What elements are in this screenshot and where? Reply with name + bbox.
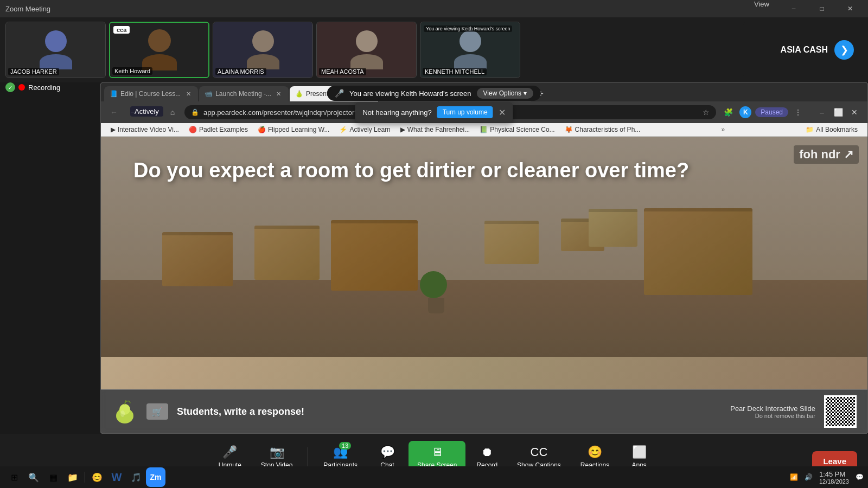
minimize-button[interactable]: – [781, 0, 806, 17]
watermark-text: foh ndr [799, 147, 844, 161]
microphone-icon: 🎤 [222, 445, 237, 459]
giving-badge: You are viewing Keith Howard's screen [424, 25, 512, 32]
bookmarks-bar: ▶ Interactive Video Vi... 🔴 Padlet Examp… [101, 123, 867, 137]
thumb-keith-howard[interactable]: cca Keith Howard [109, 22, 209, 78]
label-keith: Keith Howard [112, 67, 152, 75]
reactions-icon: 😊 [588, 445, 602, 459]
file-explorer-taskbar[interactable]: 📁 [63, 467, 82, 487]
zoom-taskbar-label: Zm [150, 473, 162, 481]
bookmark-padlet[interactable]: 🔴 Padlet Examples [184, 125, 252, 134]
window-title: Zoom Meeting [5, 5, 50, 13]
bookmark-label-characteristics: Characteristics of Ph... [575, 126, 641, 133]
thumb-alaina-morris[interactable]: ALAINA MORRIS [213, 22, 313, 78]
qr-code [824, 395, 857, 428]
bookmark-actively[interactable]: ⚡ Actively Learn [335, 125, 394, 134]
bookmark-flipped[interactable]: 🍎 Flipped Learning W... [253, 125, 334, 134]
thumb-kenneth-mitchell[interactable]: You are viewing Keith Howard's screen KE… [420, 22, 520, 78]
sound-icon: 🔊 [805, 473, 813, 481]
tab-icon-zoom: 📹 [205, 90, 212, 98]
thumb-jacob-harker[interactable]: JACOB HARKER [5, 22, 106, 78]
label-meah: MEAH ACOSTA [319, 68, 366, 75]
bookmarks-overflow-button[interactable]: » [717, 125, 729, 134]
share-screen-banner: 🎤 You are viewing Keith Howard's screen … [327, 86, 541, 101]
notification-icon: 💬 [856, 473, 864, 481]
tab-close-edio[interactable]: ✕ [184, 89, 193, 98]
captions-icon: CC [531, 445, 548, 459]
search-taskbar-button[interactable]: 🔍 [24, 467, 43, 487]
bookmark-icon-flipped: 🍎 [258, 126, 266, 133]
word-taskbar[interactable]: W [107, 467, 126, 487]
browser-window: 📘 Edio | Course Less... ✕ 📹 Launch Meeti… [100, 82, 868, 434]
slide-frame: Do you expect a room to get dirtier or c… [101, 137, 867, 433]
bookmark-interactive-video[interactable]: ▶ Interactive Video Vi... [106, 125, 183, 134]
body-alaina [247, 54, 279, 69]
bookmark-label-flipped: Flipped Learning W... [268, 126, 329, 133]
taskbar-separator-1 [85, 472, 85, 483]
all-bookmarks-button[interactable]: 📁 All Bookmarks [801, 125, 862, 134]
share-screen-icon: 🖥 [431, 445, 443, 459]
head-alaina [252, 30, 274, 52]
turn-up-volume-button[interactable]: Turn up volume [437, 106, 493, 118]
bookmark-fahrenheit[interactable]: ▶ What the Fahrenhei... [396, 125, 474, 134]
tab-zoom[interactable]: 📹 Launch Meeting -... ✕ [199, 86, 289, 101]
extensions-button[interactable]: 🧩 [720, 105, 736, 120]
close-button[interactable]: ✕ [838, 0, 863, 17]
tab-icon-presentation: 🍐 [295, 90, 303, 98]
taskbar-right: 📶 🔊 1:45 PM 12/18/2023 💬 [790, 470, 864, 485]
more-options-button[interactable]: ⋮ [790, 105, 806, 120]
recording-check-icon: ✓ [5, 82, 15, 92]
active-speaker-panel: ASIA CASH ❯ [743, 22, 863, 78]
bookmark-icon-video: ▶ [111, 126, 116, 133]
paused-badge: Paused [755, 107, 788, 117]
body-kenneth [454, 54, 487, 69]
notification-close-button[interactable]: ✕ [499, 107, 506, 118]
start-button[interactable]: ⊞ [4, 467, 24, 487]
network-icon: 📶 [790, 473, 798, 481]
zoom-taskbar[interactable]: Zm [146, 467, 165, 487]
tab-label-edio: Edio | Course Less... [120, 90, 181, 98]
pear-deck-branding: Pear Deck Interactive Slide Do not remov… [730, 404, 815, 419]
bookmark-star-icon[interactable]: ☆ [703, 108, 710, 117]
taskbar: ⊞ 🔍 ▦ 📁 😊 W 🎵 Zm 📶 🔊 1:45 PM 12/18/2023 … [0, 466, 868, 488]
bookmark-icon-actively: ⚡ [339, 126, 347, 133]
bookmark-physci[interactable]: 📗 Physical Science Co... [475, 125, 559, 134]
bookmark-icon-fahrenheit: ▶ [400, 126, 405, 133]
bookmark-label-video: Interactive Video Vi... [118, 126, 179, 133]
inner-maximize-button[interactable]: ⬜ [831, 105, 846, 120]
zoom-header: JACOB HARKER cca Keith Howard ALAINA MOR… [0, 17, 868, 82]
overflow-icon: » [721, 126, 725, 133]
slide-content: Do you expect a room to get dirtier or c… [101, 137, 867, 389]
tab-edio[interactable]: 📘 Edio | Course Less... ✕ [104, 86, 198, 101]
home-button[interactable]: ⌂ [165, 105, 180, 120]
chat-icon: 💬 [380, 445, 395, 459]
music-taskbar[interactable]: 🎵 [126, 467, 146, 487]
folder-icon: 📁 [806, 126, 814, 133]
time-display: 1:45 PM [819, 470, 849, 478]
pear-logo-icon [112, 399, 138, 425]
inner-minimize-button[interactable]: – [814, 105, 829, 120]
app-1-taskbar[interactable]: 😊 [87, 467, 107, 487]
inner-close-button[interactable]: ✕ [847, 105, 862, 120]
task-view-button[interactable]: ▦ [43, 467, 63, 487]
pear-deck-sublabel: Do not remove this bar [730, 413, 815, 419]
head-kenneth [459, 30, 481, 52]
profile-button[interactable]: K [738, 105, 753, 120]
next-speaker-button[interactable]: ❯ [834, 40, 854, 60]
bookmark-label-actively: Actively Learn [349, 126, 390, 133]
bookmark-icon-padlet: 🔴 [189, 126, 197, 133]
volume-notif-text: Not hearing anything? [362, 108, 431, 117]
browser-action-buttons: 🧩 K Paused ⋮ [720, 105, 806, 120]
tab-close-zoom[interactable]: ✕ [275, 89, 283, 98]
participant-thumbnails: JACOB HARKER cca Keith Howard ALAINA MOR… [5, 22, 739, 78]
thumb-meah-acosta[interactable]: MEAH ACOSTA [316, 22, 417, 78]
video-camera-icon: 📷 [270, 445, 284, 459]
microphone-icon: 🎤 [335, 89, 344, 98]
lock-icon: 🔒 [191, 108, 199, 116]
maximize-button[interactable]: □ [809, 0, 834, 17]
bookmark-characteristics[interactable]: 🦊 Characteristics of Ph... [560, 125, 645, 134]
body-jacob [40, 54, 72, 69]
apps-icon: ⬜ [632, 445, 647, 459]
back-button[interactable]: ← [106, 105, 122, 120]
actively-label: Actively [130, 106, 163, 117]
view-options-button[interactable]: View Options ▾ [477, 88, 533, 99]
